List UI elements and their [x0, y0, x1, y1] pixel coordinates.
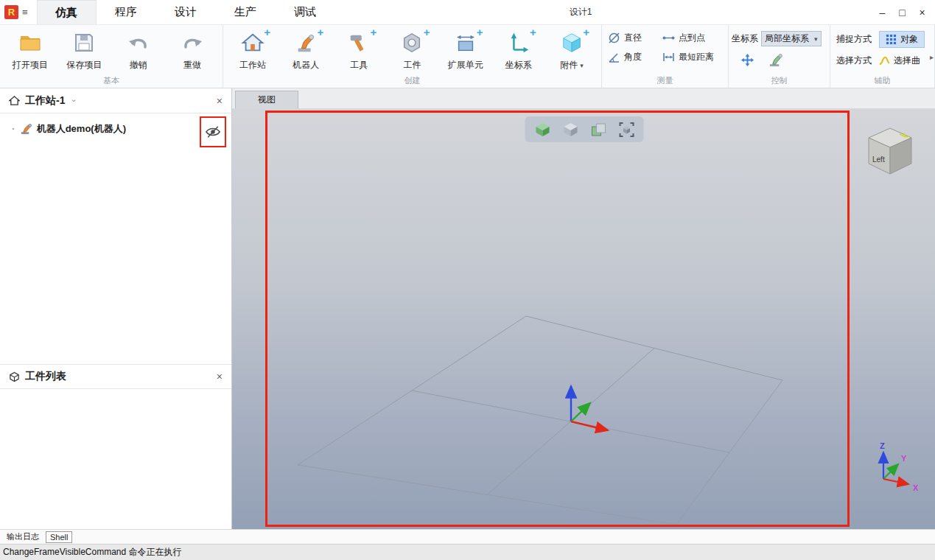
layered-view-icon[interactable] [589, 120, 608, 139]
tab-program[interactable]: 程序 [97, 0, 156, 24]
parts-panel-close-icon[interactable]: × [217, 371, 223, 382]
dropdown-arrow-icon[interactable]: ▾ [580, 62, 584, 69]
button-label: 重做 [183, 59, 201, 71]
ribbon-group-measure: 直径 点到点 角度 最短距离 [602, 25, 729, 88]
measure-point-to-point-button[interactable]: 点到点 [662, 32, 705, 44]
button-label: 直径 [624, 32, 642, 44]
tab-debug[interactable]: 调试 [276, 0, 335, 24]
visibility-annotation-box [200, 116, 226, 147]
ribbon-overflow-icon[interactable]: ▸ [930, 53, 934, 61]
solid-view-icon[interactable] [561, 120, 580, 139]
open-project-button[interactable]: 打开项目 [4, 29, 56, 75]
workstation-title: 工作站-1 [25, 94, 65, 108]
maximize-button[interactable]: □ [892, 0, 912, 24]
save-project-button[interactable]: 保存项目 [58, 29, 110, 75]
eye-off-icon[interactable] [205, 125, 221, 139]
home-icon [9, 95, 20, 106]
button-label: 工作站 [239, 59, 266, 71]
dropdown-arrow-icon: ▾ [814, 35, 818, 43]
status-message: ChangeFrameVisibleCommand 命令正在执行 [3, 546, 182, 559]
coord-system-select[interactable]: 局部坐标系 ▾ [761, 31, 822, 46]
robot-jog-icon [768, 53, 783, 67]
ribbon-tab-bar: 仿真 程序 设计 生产 调试 [37, 0, 335, 24]
parts-cube-icon [9, 371, 20, 382]
undo-arrow-icon [126, 30, 151, 55]
tab-simulation[interactable]: 仿真 [37, 0, 97, 24]
window-controls: – □ × [872, 0, 932, 24]
tab-design[interactable]: 设计 [156, 0, 216, 24]
group-label-basic: 基本 [0, 75, 223, 88]
angle-icon [608, 51, 620, 63]
selection-mode-button[interactable]: 选择方式 [836, 55, 872, 67]
add-extension-unit-button[interactable]: + 扩展单元 [440, 29, 491, 75]
button-label: 点到点 [679, 32, 705, 44]
workstation-tree: · 机器人demo(机器人) [0, 113, 231, 364]
hammer-icon: + [346, 30, 371, 55]
orientation-triad: Z Y X [869, 441, 923, 494]
extension-unit-icon: + [453, 30, 478, 55]
measure-diameter-button[interactable]: 直径 [608, 32, 656, 44]
button-label: 对象 [900, 33, 918, 46]
titlebar: R ≡ 仿真 程序 设计 生产 调试 设计1 – □ × [0, 0, 935, 25]
tree-item-label: 机器人demo(机器人) [37, 122, 126, 136]
group-label-assist: 辅助 [830, 75, 934, 88]
move-tool-button[interactable] [740, 53, 754, 70]
button-label: 最短距离 [679, 51, 714, 63]
add-attachment-button[interactable]: + 附件▾ [546, 29, 598, 75]
parts-list-empty [0, 389, 231, 529]
plus-badge-icon: + [371, 27, 377, 38]
hamburger-menu-icon[interactable]: ≡ [22, 7, 28, 18]
point-to-point-icon [662, 32, 675, 44]
plus-badge-icon: + [530, 27, 536, 38]
output-log-tab[interactable]: 输出日志 [3, 531, 43, 543]
add-frame-button[interactable]: + 坐标系 [493, 29, 544, 75]
move-cross-icon [740, 53, 754, 67]
add-workpiece-button[interactable]: + 工件 [386, 29, 438, 75]
button-label: 选择曲 [894, 55, 920, 67]
add-robot-button[interactable]: + 机器人 [280, 29, 332, 75]
object-select-button[interactable]: 对象 [879, 31, 925, 48]
save-icon [71, 30, 97, 55]
coordinate-frame-icon: + [506, 30, 531, 55]
workstation-house-icon: + [240, 30, 265, 55]
tree-expander-icon[interactable]: · [12, 123, 15, 135]
status-bar: ChangeFrameVisibleCommand 命令正在执行 [0, 544, 935, 560]
add-tool-button[interactable]: + 工具 [333, 29, 385, 75]
folder-icon [18, 30, 43, 55]
shortest-distance-icon [662, 51, 675, 63]
fit-view-icon[interactable] [617, 120, 636, 139]
ribbon-group-assist: 捕捉方式 对象 选择方式 选择曲 辅助 [830, 25, 935, 88]
undo-button[interactable]: 撤销 [113, 29, 164, 75]
button-label: 角度 [624, 51, 642, 63]
chevron-down-icon[interactable]: ⌄ [70, 94, 77, 104]
group-label-measure: 测量 [602, 75, 728, 88]
close-button[interactable]: × [912, 0, 932, 24]
shaded-view-icon[interactable] [533, 120, 552, 139]
grid-floor [232, 109, 935, 529]
minimize-button[interactable]: – [872, 0, 892, 24]
tab-production[interactable]: 生产 [216, 0, 276, 24]
document-title: 设计1 [570, 6, 592, 18]
triad-x-label: X [913, 483, 919, 492]
navigation-cube[interactable]: Left [864, 125, 916, 180]
measure-shortest-distance-button[interactable]: 最短距离 [662, 51, 714, 63]
select-curve-button[interactable]: 选择曲 [879, 55, 920, 67]
view-style-toolbar [525, 116, 644, 142]
button-label: 保存项目 [66, 59, 102, 71]
coord-system-value: 局部坐标系 [765, 32, 809, 45]
robot-jog-button[interactable] [768, 53, 783, 70]
view-tab[interactable]: 视图 [235, 91, 298, 108]
redo-button[interactable]: 重做 [167, 29, 218, 75]
triad-z-label: Z [880, 441, 885, 450]
ribbon-group-basic: 打开项目 保存项目 撤销 [0, 25, 223, 88]
shell-tab[interactable]: Shell [46, 531, 72, 543]
scene-3d[interactable]: Left Z Y X [232, 109, 935, 529]
button-label: 工具 [350, 59, 368, 71]
measure-angle-button[interactable]: 角度 [608, 51, 656, 63]
add-workstation-button[interactable]: + 工作站 [227, 29, 279, 75]
tree-item-robot[interactable]: · 机器人demo(机器人) [0, 113, 231, 136]
robot-arm-icon: + [293, 30, 318, 55]
workstation-panel-close-icon[interactable]: × [217, 95, 223, 107]
snap-mode-button[interactable]: 捕捉方式 [836, 33, 872, 46]
nav-cube-face-label: Left [872, 155, 885, 164]
